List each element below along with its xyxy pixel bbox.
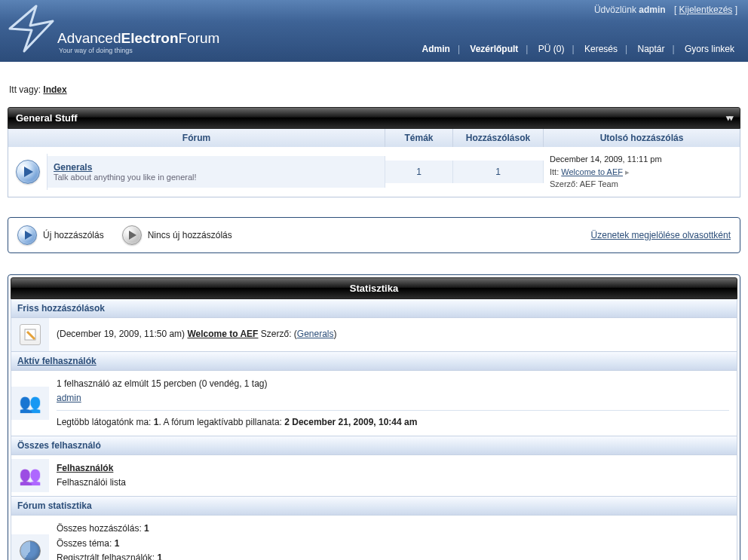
pie-chart-icon	[20, 540, 41, 560]
col-last: Utolsó hozzászólás	[544, 129, 740, 147]
all-users-heading: Összes felhasználó	[11, 436, 737, 455]
topics-count: 1	[385, 161, 453, 183]
stats-title: Statisztika	[350, 283, 398, 294]
last-post-time: December 14, 2009, 11:11 pm	[550, 155, 662, 164]
recent-topic-link[interactable]: Welcome to AEF	[187, 329, 258, 339]
last-post-in-label: Itt:	[550, 167, 561, 176]
recent-posts-heading: Friss hozzászólások	[11, 299, 737, 318]
header-banner: AdvancedElectronForum Your way of doing …	[0, 0, 748, 62]
breadcrumb-prefix: Itt vagy:	[9, 84, 43, 95]
nav-search[interactable]: Keresés	[581, 44, 621, 54]
col-forum: Fórum	[8, 129, 385, 147]
logo[interactable]: AdvancedElectronForum Your way of doing …	[0, 0, 219, 57]
legend-new: Új hozzászólás	[17, 225, 104, 245]
stats-header: Statisztika	[11, 277, 737, 299]
column-headers: Fórum Témák Hozzászólások Utolsó hozzász…	[8, 129, 740, 147]
members-icon: 👥	[19, 465, 41, 486]
active-user-link[interactable]: admin	[57, 393, 81, 403]
last-post-topic-link[interactable]: Welcome to AEF	[561, 167, 623, 176]
brand-text: AdvancedElectronForum Your way of doing …	[57, 30, 219, 54]
forum-name-link[interactable]: Generals	[54, 162, 92, 173]
last-post-by-label: Szerző:	[550, 179, 580, 188]
mark-read-link[interactable]: Üzenetek megjelölése olvasottként	[591, 230, 731, 240]
forum-row: Generals Talk about anything you like in…	[8, 147, 740, 197]
total-members: 1	[157, 552, 162, 560]
recent-posts-body: (December 19, 2009, 11:50 am) Welcome to…	[11, 318, 737, 352]
legend-nonew-label: Nincs új hozzászólás	[148, 230, 232, 240]
note-icon	[20, 324, 41, 345]
most-ever: 2 December 21, 2009, 10:44 am	[284, 417, 417, 427]
recent-by-label: Szerző: (	[258, 329, 296, 339]
nav-admin[interactable]: Admin	[419, 44, 453, 54]
brand-post: Forum	[179, 30, 220, 46]
goto-icon[interactable]: ▸	[625, 167, 630, 176]
new-posts-icon	[17, 225, 37, 245]
forum-stats-body: Összes hozzászólás: 1 Összes téma: 1 Reg…	[11, 516, 737, 560]
total-posts: 1	[144, 523, 149, 534]
brand-mid: Electron	[121, 30, 179, 46]
logout-link[interactable]: Kijelentkezés	[679, 5, 733, 15]
col-topics: Témák	[385, 129, 453, 147]
welcome-prefix: Üdvözlünk	[594, 5, 639, 15]
brand-pre: Advanced	[57, 30, 121, 46]
col-posts: Hozzászólások	[453, 129, 544, 147]
breadcrumb-index[interactable]: Index	[43, 84, 66, 95]
forum-description: Talk about anything you like in general!	[54, 173, 379, 182]
breadcrumb: Itt vagy: Index	[9, 84, 740, 95]
active-users-heading: Aktív felhasználók	[11, 352, 737, 371]
stats-container: Statisztika Friss hozzászólások (Decembe…	[8, 274, 740, 561]
brand-tagline: Your way of doing things	[59, 47, 219, 54]
legend-nonew: Nincs új hozzászólás	[122, 225, 232, 245]
active-users-body: 👥 1 felhasználó az elmúlt 15 percben (0 …	[11, 371, 737, 437]
nav-pm[interactable]: PÜ (0)	[535, 44, 568, 54]
user-bar: Üdvözlünk admin [ Kijelentkezés ]	[594, 5, 737, 15]
total-topics: 1	[115, 538, 120, 549]
welcome-user: admin	[639, 5, 665, 15]
nav-quicklinks[interactable]: Gyors linkek	[682, 44, 737, 54]
recent-by-link[interactable]: Generals	[297, 329, 334, 339]
nav-controlpanel[interactable]: Vezérlőpult	[467, 44, 521, 54]
lightning-icon	[6, 0, 59, 57]
members-desc: Felhasználói lista	[57, 477, 126, 488]
last-post-cell: December 14, 2009, 11:11 pm Itt: Welcome…	[544, 147, 740, 197]
no-new-posts-icon	[122, 225, 142, 245]
nav-calendar[interactable]: Naptár	[634, 44, 667, 54]
category-header: General Stuff ▾▾	[8, 107, 740, 129]
legend-new-label: Új hozzászólás	[43, 230, 104, 240]
forum-stats-heading: Fórum statisztika	[11, 497, 737, 516]
last-post-author: AEF Team	[580, 179, 618, 188]
users-icon: 👥	[19, 393, 41, 414]
main-nav: Admin| Vezérlőpult| PÜ (0)| Keresés| Nap…	[419, 44, 737, 54]
legend-box: Új hozzászólás Nincs új hozzászólás Üzen…	[8, 217, 740, 253]
collapse-icon[interactable]: ▾▾	[726, 113, 732, 123]
all-users-body: 👥 Felhasználók Felhasználói lista	[11, 455, 737, 497]
active-summary: 1 felhasználó az elmúlt 15 percben (0 ve…	[57, 377, 729, 391]
recent-time: (December 19, 2009, 11:50 am)	[57, 329, 187, 339]
active-users-link[interactable]: Aktív felhasználók	[17, 356, 97, 366]
category-title: General Stuff	[16, 112, 78, 124]
forum-status-icon	[16, 160, 40, 184]
members-link[interactable]: Felhasználók	[57, 463, 113, 473]
posts-count: 1	[453, 161, 544, 183]
